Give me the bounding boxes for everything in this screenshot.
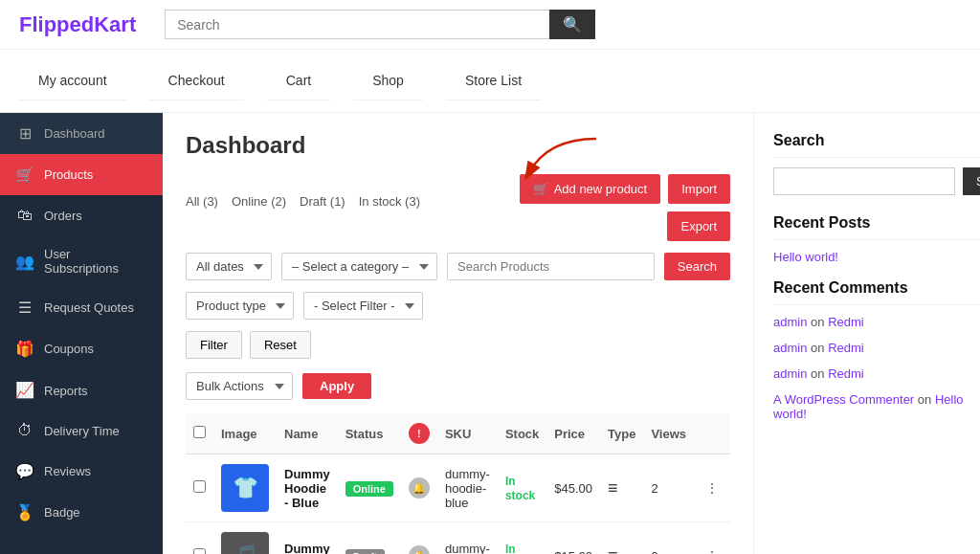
sidebar-label-orders: Orders — [44, 209, 82, 223]
sidebar-item-request-quotes[interactable]: ☰ Request Quotes — [0, 287, 163, 328]
col-checkbox — [186, 413, 213, 454]
sidebar-item-user-subscriptions[interactable]: 👥 User Subscriptions — [0, 235, 163, 287]
tab-online[interactable]: Online (2) — [232, 194, 286, 209]
widget-search-title: Search — [773, 132, 980, 158]
row-views: 2 — [643, 454, 694, 522]
comment-user[interactable]: A WordPress Commenter — [773, 392, 914, 407]
comments-container: admin on Redmiadmin on Redmiadmin on Red… — [773, 315, 980, 421]
sidebar-item-dashboard[interactable]: ⊞ Dashboard — [0, 113, 163, 154]
nav-store-list[interactable]: Store List — [446, 61, 541, 100]
sidebar-item-coupons[interactable]: 🎁 Coupons — [0, 328, 163, 369]
row-actions[interactable]: ⋮ — [694, 522, 730, 555]
row-select-checkbox[interactable] — [193, 480, 206, 493]
sidebar-label-products: Products — [44, 167, 93, 182]
add-new-product-button[interactable]: 🛒 Add new product — [520, 174, 661, 204]
recent-posts-title: Recent Posts — [773, 214, 980, 240]
comment-user[interactable]: admin — [773, 315, 807, 329]
top-search-button[interactable]: 🔍 — [549, 10, 595, 39]
tab-in-stock[interactable]: In stock (3) — [359, 194, 420, 209]
row-checkbox[interactable] — [186, 454, 213, 522]
tab-all[interactable]: All (3) — [186, 194, 218, 209]
row-sku: dummy-hoodie-blue — [437, 454, 498, 522]
reset-button[interactable]: Reset — [250, 331, 311, 359]
products-icon: 🛒 — [15, 166, 34, 184]
date-filter-select[interactable]: All dates — [186, 253, 272, 280]
page-title: Dashboard — [186, 132, 730, 159]
search-icon: 🔍 — [563, 16, 582, 33]
filter-row-2: Product type - Select Filter - — [186, 292, 730, 320]
filter-buttons-row: Filter Reset — [186, 331, 730, 359]
logo: FlippedKart — [19, 12, 136, 37]
user-subscriptions-icon: 👥 — [15, 253, 34, 271]
sidebar-label-user-subscriptions: User Subscriptions — [44, 247, 147, 276]
product-search-button[interactable]: Search — [664, 253, 730, 280]
row-sku: dummy-album — [437, 522, 498, 555]
nav-cart[interactable]: Cart — [267, 61, 330, 100]
filter-button[interactable]: Filter — [186, 331, 242, 359]
comment-line: admin on Redmi — [773, 366, 980, 381]
table-row: 👕 Dummy Hoodie - Blue Online 🔔 dummy-hoo… — [186, 454, 730, 522]
sidebar-item-badge[interactable]: 🏅 Badge — [0, 492, 163, 533]
sku-product-icon: 🔔 — [409, 477, 430, 499]
sidebar-item-delivery-time[interactable]: ⏱ Delivery Time — [0, 410, 163, 451]
tabs-and-actions: All (3) Online (2) Draft (1) In stock (3… — [186, 174, 730, 241]
select-all-checkbox[interactable] — [193, 426, 206, 438]
comment-link[interactable]: Redmi — [828, 341, 864, 355]
comment-line: A WordPress Commenter on Hello world! — [773, 392, 980, 421]
widget-search-input[interactable] — [773, 167, 955, 195]
reviews-icon: 💬 — [15, 462, 34, 480]
col-sku: SKU — [437, 413, 498, 454]
row-checkbox[interactable] — [186, 522, 213, 555]
add-product-cart-icon: 🛒 — [533, 182, 548, 196]
row-action-button[interactable]: ⋮ — [702, 478, 723, 498]
sidebar-item-reviews[interactable]: 💬 Reviews — [0, 451, 163, 492]
coupons-icon: 🎁 — [15, 340, 34, 358]
row-action-button[interactable]: ⋮ — [702, 546, 723, 554]
comment-user[interactable]: admin — [773, 341, 807, 355]
comment-link[interactable]: Redmi — [828, 315, 864, 329]
category-filter-select[interactable]: – Select a category – — [281, 253, 437, 280]
sku-icon: ! — [409, 423, 430, 444]
sidebar-item-products[interactable]: 🛒 Products — [0, 154, 163, 195]
nav-checkout[interactable]: Checkout — [149, 61, 244, 100]
tab-draft[interactable]: Draft (1) — [300, 194, 345, 209]
row-actions[interactable]: ⋮ — [694, 454, 730, 522]
delivery-time-icon: ⏱ — [15, 422, 34, 439]
right-actions: 🛒 Add new product Import — [520, 174, 730, 204]
col-actions — [694, 413, 730, 454]
top-search-form: 🔍 — [165, 10, 595, 39]
row-stock: In stock — [498, 522, 546, 555]
import-button[interactable]: Import — [668, 174, 730, 204]
sidebar-label-coupons: Coupons — [44, 342, 94, 356]
apply-button[interactable]: Apply — [302, 373, 371, 399]
right-sidebar: Search Search Recent Posts Hello world! … — [753, 113, 980, 554]
comment-user[interactable]: admin — [773, 366, 807, 381]
recent-post-hello-world[interactable]: Hello world! — [773, 250, 980, 264]
product-search-input[interactable] — [447, 253, 655, 280]
sidebar-item-reports[interactable]: 📈 Reports — [0, 369, 163, 410]
comment-link[interactable]: Redmi — [828, 366, 864, 381]
products-table: Image Name Status ! SKU Stock Price Type… — [186, 413, 730, 554]
product-type-select[interactable]: Product type — [186, 292, 294, 320]
widget-search-button[interactable]: Search — [963, 167, 980, 195]
row-sku-icon: 🔔 — [401, 454, 437, 522]
sidebar-item-orders[interactable]: 🛍 Orders — [0, 195, 163, 235]
bulk-actions-row: Bulk Actions Apply — [186, 372, 730, 400]
row-name: Dummy Album — [277, 522, 338, 555]
sku-product-icon: 🔔 — [409, 545, 430, 554]
row-views: 0 — [643, 522, 694, 555]
request-quotes-icon: ☰ — [15, 299, 34, 317]
add-product-btn-label: Add new product — [554, 182, 648, 196]
top-search-input[interactable] — [165, 10, 549, 39]
export-button[interactable]: Export — [667, 211, 730, 241]
bulk-actions-select[interactable]: Bulk Actions — [186, 372, 293, 400]
sidebar-label-request-quotes: Request Quotes — [44, 300, 134, 315]
sidebar-label-delivery-time: Delivery Time — [44, 424, 120, 438]
nav-my-account[interactable]: My account — [19, 61, 126, 100]
nav-shop[interactable]: Shop — [353, 61, 423, 100]
select-filter-select[interactable]: - Select Filter - — [303, 292, 423, 320]
page-layout: ⊞ Dashboard 🛒 Products 🛍 Orders 👥 User S… — [0, 113, 980, 554]
col-price: Price — [546, 413, 600, 454]
product-image: 👕 — [221, 464, 269, 512]
row-select-checkbox[interactable] — [193, 548, 206, 554]
